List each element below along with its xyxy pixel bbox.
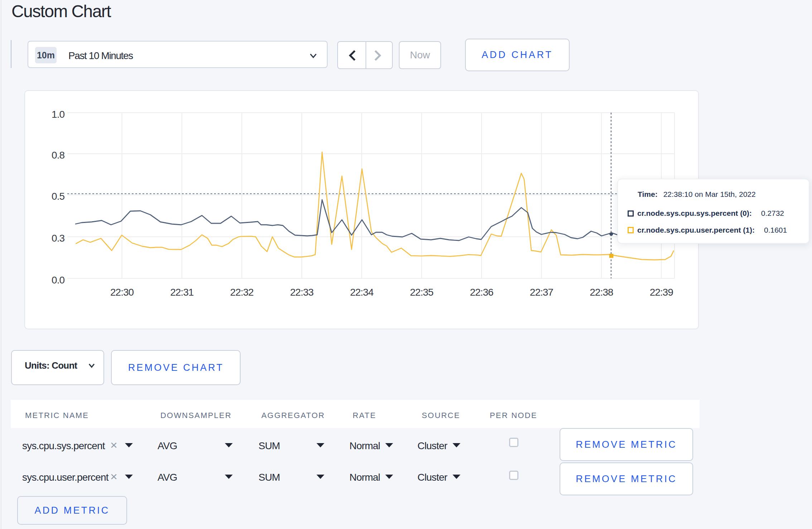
svg-text:22:36: 22:36 — [470, 287, 493, 298]
svg-text:0.5: 0.5 — [52, 191, 64, 202]
svg-text:22:39: 22:39 — [650, 287, 673, 298]
svg-text:22:35: 22:35 — [410, 287, 433, 298]
svg-text:1.0: 1.0 — [52, 109, 64, 120]
svg-text:22:34: 22:34 — [350, 287, 373, 298]
svg-text:0.0: 0.0 — [52, 275, 64, 286]
svg-text:22:31: 22:31 — [170, 287, 193, 298]
svg-text:22:32: 22:32 — [230, 287, 253, 298]
svg-text:22:37: 22:37 — [530, 287, 553, 298]
svg-text:22:30: 22:30 — [110, 287, 134, 298]
svg-text:22:33: 22:33 — [290, 287, 313, 298]
svg-text:22:38: 22:38 — [590, 287, 613, 298]
svg-text:0.8: 0.8 — [52, 150, 64, 161]
svg-text:0.3: 0.3 — [52, 233, 64, 244]
